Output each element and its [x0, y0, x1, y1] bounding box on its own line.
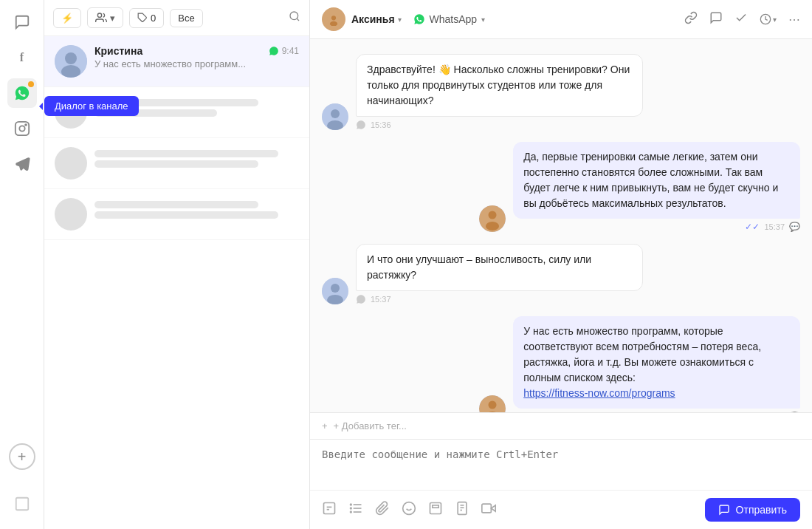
sidebar-item-facebook[interactable]: f: [7, 43, 37, 72]
channel-dropdown-arrow: ▾: [481, 16, 485, 24]
conv-info: Кристина 9:41 У нас есть множество прогр…: [94, 45, 299, 69]
list-icon[interactable]: [348, 501, 363, 519]
svg-rect-27: [324, 502, 335, 513]
svg-line-7: [297, 18, 299, 21]
avatar: [55, 45, 87, 78]
message-bubble-wrap: Да, первые тренировки самые легкие, зате…: [513, 142, 800, 232]
link-icon[interactable]: [684, 11, 698, 27]
paperclip-icon[interactable]: [375, 501, 390, 519]
list-item[interactable]: Кристина 9:41 У нас есть множество прогр…: [44, 36, 309, 87]
agents-filter-button[interactable]: ▾: [87, 7, 123, 28]
search-button[interactable]: [289, 10, 300, 25]
check-icon[interactable]: [734, 11, 748, 27]
svg-marker-45: [491, 505, 495, 511]
emoji-icon[interactable]: [402, 501, 416, 519]
note-icon[interactable]: [322, 501, 337, 519]
chat-user-name: Аксинья: [351, 13, 395, 25]
tags-filter-button[interactable]: 0: [129, 8, 164, 28]
svg-point-19: [489, 211, 497, 219]
message-bubble: Здравствуйте! 👋 Насколько сложны трениро…: [356, 54, 643, 117]
sidebar-item-whatsapp[interactable]: [7, 78, 37, 108]
svg-point-9: [65, 52, 77, 64]
sidebar-item-chat[interactable]: [7, 7, 37, 37]
list-item[interactable]: [44, 87, 309, 138]
comment-icon[interactable]: [709, 11, 723, 27]
conv-preview: У нас есть множество программ...: [94, 58, 299, 69]
avatar-placeholder: [55, 96, 87, 129]
message-time: 15:37: [371, 295, 391, 304]
message-bubble: Да, первые тренировки самые легкие, зате…: [513, 142, 800, 219]
sidebar-item-telegram[interactable]: [7, 149, 37, 179]
svg-point-12: [331, 16, 336, 20]
send-button-label: Отправить: [736, 504, 787, 516]
chat-user-name-area[interactable]: Аксинья ▾: [351, 13, 402, 25]
add-tag-plus: +: [322, 420, 328, 431]
table-row: Здравствуйте! 👋 Насколько сложны трениро…: [322, 54, 800, 130]
message-input[interactable]: [322, 448, 800, 478]
svg-point-25: [489, 401, 497, 409]
all-filter-button[interactable]: Все: [170, 9, 202, 27]
conv-info: [94, 96, 299, 117]
chat-panel: Аксинья ▾ WhatsApp ▾: [310, 0, 812, 529]
conv-info: [94, 198, 299, 219]
check-mark: ✓✓: [745, 222, 760, 232]
message-time: 15:37: [764, 222, 785, 231]
icon-sidebar: f +: [0, 0, 44, 529]
svg-point-1: [19, 126, 24, 131]
chat-header: Аксинья ▾ WhatsApp ▾: [310, 0, 812, 39]
reply-icon: 💬: [789, 222, 800, 232]
message-meta: 15:36: [356, 120, 643, 130]
more-icon[interactable]: ⋯: [788, 13, 800, 27]
svg-point-36: [403, 502, 416, 514]
user-dropdown-arrow: ▾: [398, 16, 402, 24]
list-item[interactable]: [44, 138, 309, 189]
svg-point-35: [351, 511, 352, 513]
add-tag-button[interactable]: + Добавить тег...: [334, 420, 407, 431]
conv-info: [94, 147, 299, 168]
message-input-area: [310, 439, 812, 490]
conv-name: Кристина: [94, 45, 142, 57]
avatar-placeholder: [55, 147, 87, 180]
clock-icon[interactable]: ▾: [760, 13, 777, 25]
wa-meta-icon: [356, 120, 366, 130]
send-button[interactable]: Отправить: [705, 498, 800, 522]
message-bubble: И что они улучшают – выносливость, силу …: [356, 244, 643, 291]
avatar: [479, 205, 506, 232]
chat-user-avatar: [322, 7, 345, 31]
avatar: [479, 395, 506, 412]
compose-button[interactable]: ⚡: [53, 8, 81, 28]
settings-icon-btn[interactable]: [7, 489, 37, 519]
svg-point-34: [351, 508, 352, 509]
compose-icon: ⚡: [61, 13, 73, 24]
svg-point-4: [97, 13, 101, 17]
svg-rect-0: [15, 122, 28, 135]
template-icon[interactable]: [428, 501, 443, 519]
svg-point-16: [331, 109, 340, 118]
attachment-icon[interactable]: [455, 501, 469, 519]
list-item[interactable]: [44, 189, 309, 240]
message-meta: ✓✓ 15:37 💬: [745, 222, 800, 232]
tags-bar: + + Добавить тег...: [310, 412, 812, 439]
chat-header-icons: ▾ ⋯: [684, 11, 800, 27]
message-meta: 15:37: [356, 294, 643, 304]
conv-time: 9:41: [282, 46, 299, 56]
svg-point-2: [25, 124, 27, 126]
sidebar-item-instagram[interactable]: [7, 114, 37, 143]
whatsapp-badge: [28, 81, 34, 87]
message-bubble-wrap: Здравствуйте! 👋 Насколько сложны трениро…: [356, 54, 643, 130]
add-channel-button[interactable]: +: [9, 443, 35, 470]
svg-point-33: [351, 504, 352, 505]
chat-channel-area[interactable]: WhatsApp ▾: [413, 13, 486, 25]
message-link[interactable]: https://fitness-now.com/programs: [523, 387, 675, 399]
table-row: Да, первые тренировки самые легкие, зате…: [322, 142, 800, 232]
input-toolbar: Отправить: [310, 490, 812, 529]
avatar: [322, 103, 348, 130]
svg-rect-3: [16, 498, 28, 511]
message-text: У нас есть множество программ, которые с…: [523, 325, 761, 383]
svg-point-22: [331, 284, 340, 293]
chat-header-left: Аксинья ▾ WhatsApp ▾: [322, 7, 485, 31]
conversation-panel: ⚡ ▾ 0 Все: [44, 0, 310, 529]
video-icon[interactable]: [481, 501, 496, 519]
avatar-placeholder: [55, 198, 87, 231]
message-bubble-wrap: У нас есть множество программ, которые с…: [513, 316, 800, 412]
